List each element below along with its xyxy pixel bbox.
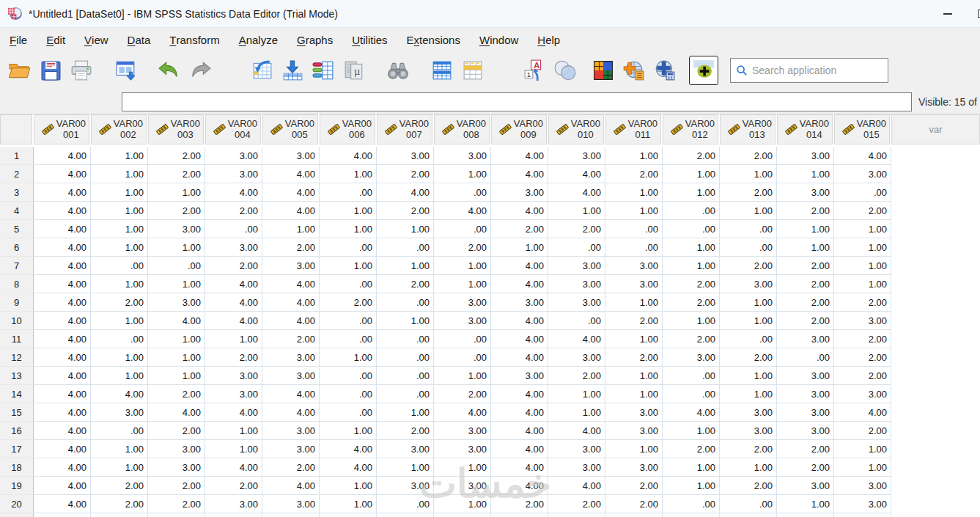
data-cell[interactable] xyxy=(663,513,720,517)
data-cell[interactable]: 4.00 xyxy=(34,220,91,238)
data-cell[interactable]: 3.00 xyxy=(548,293,605,312)
data-cell[interactable]: 1.00 xyxy=(663,165,720,183)
data-cell[interactable]: 4.00 xyxy=(34,367,91,385)
data-cell[interactable]: 4.00 xyxy=(34,293,91,312)
row-number[interactable]: 6 xyxy=(0,238,34,257)
data-cell[interactable]: 1.00 xyxy=(663,312,720,330)
data-cell[interactable]: 3.00 xyxy=(491,367,548,385)
print-button[interactable] xyxy=(66,54,97,87)
data-cell[interactable]: 4.00 xyxy=(834,403,891,422)
data-cell[interactable]: .00 xyxy=(377,330,434,348)
data-cell[interactable]: 1.00 xyxy=(548,202,605,220)
data-cell[interactable]: 2.00 xyxy=(720,147,777,165)
insert-variable-button[interactable] xyxy=(457,54,488,87)
data-cell[interactable]: 3.00 xyxy=(434,477,491,495)
data-cell[interactable]: 1.00 xyxy=(377,403,434,422)
data-cell[interactable]: 4.00 xyxy=(34,147,91,165)
data-cell[interactable]: 4.00 xyxy=(148,312,205,330)
customize-toolbar-button[interactable] xyxy=(689,56,718,85)
data-cell[interactable]: .00 xyxy=(720,330,777,348)
data-cell[interactable]: 4.00 xyxy=(205,403,262,422)
data-cell[interactable]: 3.00 xyxy=(777,367,834,385)
data-cell[interactable]: 4.00 xyxy=(262,385,320,403)
data-cell[interactable]: 1.00 xyxy=(720,293,777,312)
data-cell[interactable]: 1.00 xyxy=(720,367,777,385)
data-cell[interactable]: 2.00 xyxy=(663,275,720,293)
data-cell[interactable]: 2.00 xyxy=(91,495,148,513)
data-cell[interactable]: 1.00 xyxy=(148,330,205,348)
data-cell[interactable]: 1.00 xyxy=(663,257,720,275)
data-cell[interactable]: 4.00 xyxy=(434,403,491,422)
data-cell[interactable]: 4.00 xyxy=(491,147,548,165)
data-cell[interactable]: 4.00 xyxy=(34,330,91,348)
column-header-var00003[interactable]: VAR00003 xyxy=(148,114,205,147)
data-cell[interactable]: 2.00 xyxy=(434,385,491,403)
data-cell[interactable]: .00 xyxy=(320,238,377,257)
row-number[interactable]: 13 xyxy=(0,367,34,385)
find-button[interactable] xyxy=(383,54,413,87)
data-cell[interactable]: .00 xyxy=(605,238,663,257)
data-cell[interactable]: 2.00 xyxy=(605,165,663,183)
data-cell[interactable]: 4.00 xyxy=(34,495,91,513)
data-cell[interactable]: 4.00 xyxy=(834,147,891,165)
data-cell[interactable]: 1.00 xyxy=(605,330,663,348)
data-cell[interactable]: 1.00 xyxy=(320,348,377,367)
data-cell[interactable]: .00 xyxy=(320,403,377,422)
data-cell[interactable]: 3.00 xyxy=(777,422,834,440)
data-cell[interactable]: 1.00 xyxy=(605,147,663,165)
data-cell[interactable]: 4.00 xyxy=(262,477,320,495)
data-cell[interactable]: 1.00 xyxy=(605,293,663,312)
data-cell[interactable]: 3.00 xyxy=(720,275,777,293)
data-cell[interactable]: 1.00 xyxy=(605,385,663,403)
menu-window[interactable]: Window xyxy=(470,28,528,51)
menu-extensions[interactable]: Extensions xyxy=(397,28,470,51)
column-header-var00009[interactable]: VAR00009 xyxy=(491,114,548,147)
data-cell[interactable] xyxy=(777,513,834,517)
data-cell[interactable]: 2.00 xyxy=(720,257,777,275)
data-cell[interactable]: 2.00 xyxy=(605,477,663,495)
data-cell[interactable]: 3.00 xyxy=(434,293,491,312)
data-cell[interactable]: 1.00 xyxy=(91,147,148,165)
data-cell[interactable]: 4.00 xyxy=(34,202,91,220)
column-header-var00006[interactable]: VAR00006 xyxy=(320,114,377,147)
data-cell[interactable]: 3.00 xyxy=(262,257,320,275)
data-cell[interactable]: 3.00 xyxy=(205,165,262,183)
data-cell[interactable]: 2.00 xyxy=(777,257,834,275)
data-cell[interactable]: 2.00 xyxy=(834,202,891,220)
data-cell[interactable]: .00 xyxy=(320,312,377,330)
data-cell[interactable]: 3.00 xyxy=(777,477,834,495)
data-cell[interactable]: 1.00 xyxy=(720,202,777,220)
data-cell[interactable]: 3.00 xyxy=(205,367,262,385)
data-cell[interactable] xyxy=(720,513,777,517)
row-number[interactable]: 3 xyxy=(0,183,34,202)
data-cell[interactable]: 4.00 xyxy=(205,312,262,330)
data-cell[interactable]: 1.00 xyxy=(834,275,891,293)
data-cell[interactable]: 3.00 xyxy=(834,495,891,513)
row-number[interactable]: 5 xyxy=(0,220,34,238)
data-cell[interactable]: 3.00 xyxy=(777,385,834,403)
data-cell[interactable]: 1.00 xyxy=(605,202,663,220)
data-cell[interactable]: 2.00 xyxy=(720,477,777,495)
data-cell[interactable]: 3.00 xyxy=(777,403,834,422)
data-cell[interactable]: 2.00 xyxy=(663,147,720,165)
data-cell[interactable]: 1.00 xyxy=(148,183,205,202)
data-cell[interactable]: 1.00 xyxy=(262,220,320,238)
data-cell[interactable]: 1.00 xyxy=(834,220,891,238)
data-cell[interactable]: 4.00 xyxy=(320,458,377,477)
data-cell[interactable]: 2.00 xyxy=(377,422,434,440)
data-cell[interactable]: 3.00 xyxy=(548,348,605,367)
data-cell[interactable]: .00 xyxy=(434,348,491,367)
data-cell[interactable]: 3.00 xyxy=(605,275,663,293)
data-cell[interactable]: .00 xyxy=(320,367,377,385)
data-cell[interactable]: 1.00 xyxy=(434,495,491,513)
data-cell[interactable]: 1.00 xyxy=(720,458,777,477)
data-cell[interactable]: .00 xyxy=(834,183,891,202)
data-cell[interactable]: .00 xyxy=(320,183,377,202)
row-number[interactable]: 18 xyxy=(0,458,34,477)
data-cell[interactable]: 4.00 xyxy=(262,293,320,312)
data-cell[interactable]: .00 xyxy=(377,238,434,257)
data-cell[interactable]: 3.00 xyxy=(605,458,663,477)
data-cell[interactable]: 2.00 xyxy=(205,477,262,495)
data-cell[interactable]: 3.00 xyxy=(548,257,605,275)
grid-corner-cell[interactable] xyxy=(0,114,34,147)
